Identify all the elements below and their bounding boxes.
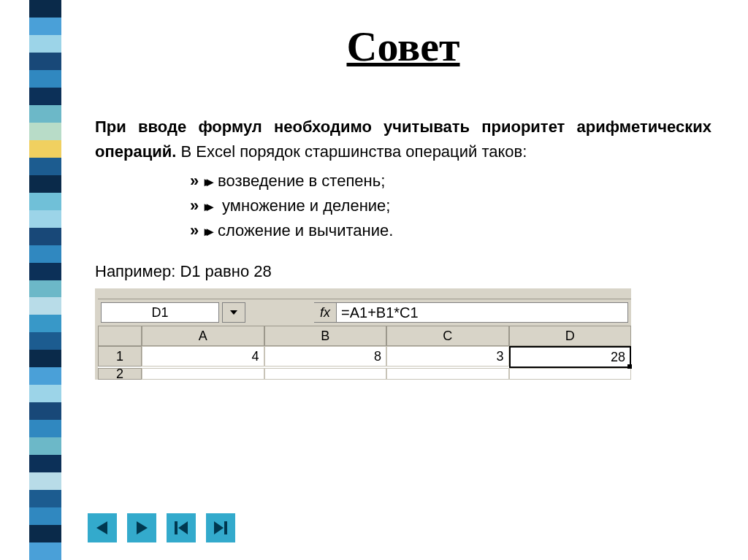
priority-list: возведение в степень; умножение и делени… — [190, 169, 719, 243]
cell-C2[interactable] — [386, 368, 509, 380]
cell-D1[interactable]: 28 — [509, 346, 632, 368]
triangle-right-icon — [134, 520, 150, 536]
col-header-C[interactable]: C — [386, 326, 509, 346]
name-box-dropdown[interactable] — [222, 302, 245, 323]
list-item: умножение и деление; — [190, 193, 719, 218]
row-header-2[interactable]: 2 — [98, 368, 142, 380]
slide-title: Совет — [88, 22, 719, 71]
cell-A2[interactable] — [142, 368, 264, 380]
svg-rect-0 — [175, 521, 178, 534]
intro-rest: В Excel порядок старшинства операций так… — [176, 142, 527, 161]
next-button[interactable] — [127, 513, 156, 542]
list-item-label: умножение и деление; — [218, 196, 390, 215]
list-item: сложение и вычитание. — [190, 218, 719, 243]
cell-B2[interactable] — [264, 368, 387, 380]
cell-C1[interactable]: 3 — [386, 346, 509, 367]
last-button[interactable] — [206, 513, 235, 542]
slide-nav — [88, 513, 235, 542]
row-header-1[interactable]: 1 — [98, 346, 142, 367]
cell-A1[interactable]: 4 — [142, 346, 264, 367]
first-button[interactable] — [167, 513, 196, 542]
intro-paragraph: При вводе формул необходимо учитывать пр… — [95, 115, 711, 164]
formula-bar[interactable]: =A1+B1*C1 — [336, 302, 628, 323]
list-item: возведение в степень; — [190, 169, 719, 193]
list-item-label: возведение в степень; — [218, 172, 385, 190]
bullet-icon — [205, 169, 218, 193]
fx-label[interactable]: fx — [314, 302, 336, 323]
list-item-label: сложение и вычитание. — [218, 221, 393, 239]
col-header-D[interactable]: D — [509, 326, 632, 346]
skip-first-icon — [173, 520, 189, 536]
chevron-down-icon — [230, 310, 237, 315]
col-header-A[interactable]: A — [142, 326, 264, 346]
bullet-icon — [205, 193, 218, 218]
col-header-B[interactable]: B — [264, 326, 387, 346]
formula-bar-row: D1 fx =A1+B1*C1 — [98, 299, 631, 326]
svg-rect-1 — [224, 521, 227, 534]
spreadsheet-grid: A B C D 1 4 8 3 28 — [98, 326, 631, 368]
triangle-left-icon — [94, 520, 110, 536]
cell-D2[interactable] — [509, 368, 632, 380]
example-text: Например: D1 равно 28 — [95, 262, 711, 281]
bullet-icon — [205, 218, 218, 243]
name-box[interactable]: D1 — [101, 302, 219, 323]
prev-button[interactable] — [88, 513, 117, 542]
decorative-stripe — [29, 0, 61, 560]
cell-B1[interactable]: 8 — [264, 346, 387, 367]
skip-last-icon — [213, 520, 229, 536]
excel-screenshot: D1 fx =A1+B1*C1 A B C D 1 4 8 3 28 — [95, 288, 631, 380]
select-all-corner[interactable] — [98, 326, 142, 346]
